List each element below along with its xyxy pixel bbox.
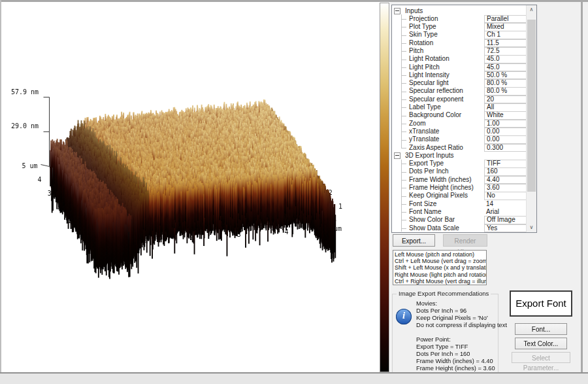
property-row[interactable]: Specular exponent20 xyxy=(392,95,527,103)
property-value[interactable]: White xyxy=(484,111,529,120)
export-font-preview: Export Font xyxy=(510,290,572,317)
export-button[interactable]: Export... xyxy=(393,234,435,247)
tree-line xyxy=(401,140,406,141)
property-row[interactable]: Frame Width (inches)4.40 xyxy=(392,175,527,183)
property-value[interactable]: 4.40 xyxy=(484,176,529,184)
property-grid: InputsProjectionParallelPlot TypeMixedSk… xyxy=(391,5,537,233)
property-row[interactable]: Specular light80.0 % xyxy=(392,79,527,87)
tree-line xyxy=(401,43,406,44)
tree-line xyxy=(401,220,406,220)
mouse-help-line[interactable]: Right Mouse (light pitch and rotation) xyxy=(395,271,486,278)
property-value[interactable]: 1.00 xyxy=(484,120,529,128)
property-row[interactable]: ProjectionParallel xyxy=(392,14,527,22)
mouse-help-line[interactable]: Shift + Left Mouse (x and y translation) xyxy=(395,264,486,271)
tree-line xyxy=(401,19,406,20)
3d-surface-plot[interactable] xyxy=(1,2,393,381)
property-value[interactable]: 45.0 xyxy=(484,55,529,63)
property-value[interactable]: 0.300 xyxy=(484,144,529,152)
property-value[interactable]: Off Image xyxy=(484,216,529,224)
property-value[interactable]: 3.60 xyxy=(484,184,529,192)
property-row[interactable]: Frame Height (inches)3.60 xyxy=(392,184,527,192)
property-row[interactable]: Keep Original PixelsNo xyxy=(392,192,527,200)
property-label: Zoom xyxy=(409,120,426,127)
mouse-help-listbox[interactable]: Left Mouse (pitch and rotation)Ctrl + Le… xyxy=(393,250,487,285)
property-row[interactable]: Export TypeTIFF xyxy=(392,160,527,167)
property-row[interactable]: yTranslate0.00 xyxy=(392,135,527,143)
property-value[interactable]: Mixed xyxy=(484,23,529,31)
tree-line xyxy=(401,35,406,36)
property-value[interactable]: 11.5 xyxy=(484,39,529,48)
property-label: Specular reflection xyxy=(409,87,463,94)
property-value[interactable]: All xyxy=(484,103,529,112)
tree-line xyxy=(401,92,406,92)
render-hires-button[interactable]: Render Hires xyxy=(443,234,487,247)
property-value[interactable]: 80.0 % xyxy=(484,79,529,88)
tree-line xyxy=(401,172,406,173)
property-label: Dots Per Inch xyxy=(409,167,449,175)
property-label: Plot Type xyxy=(409,23,436,30)
property-row[interactable]: Specular reflection80.0 % xyxy=(392,87,527,95)
property-value[interactable]: Arial xyxy=(486,208,499,215)
property-value[interactable]: 50.0 % xyxy=(484,71,529,80)
scrollbar-thumb[interactable] xyxy=(527,20,536,192)
property-value[interactable]: No xyxy=(484,192,529,200)
property-label: Rotation xyxy=(409,39,433,46)
window-border-top xyxy=(0,0,588,2)
recommendations-title: Image Export Recommendations xyxy=(397,290,491,297)
scrollbar-up-icon[interactable]: ∧ xyxy=(527,5,536,14)
collapse-icon[interactable] xyxy=(394,152,400,159)
property-label: Specular exponent xyxy=(409,96,463,103)
recommendation-line: Movies: xyxy=(416,300,497,307)
info-icon: i xyxy=(396,309,412,324)
property-row[interactable]: Show Data ScaleYes xyxy=(392,224,527,232)
property-value[interactable]: 0.00 xyxy=(484,128,529,136)
property-value[interactable]: Yes xyxy=(484,224,529,233)
property-row[interactable]: Light Pitch45.0 xyxy=(392,63,527,71)
property-value[interactable]: 0.00 xyxy=(484,135,529,144)
application-window: InputsProjectionParallelPlot TypeMixedSk… xyxy=(0,0,588,384)
property-row[interactable]: Font Size14 xyxy=(392,200,527,207)
property-category[interactable]: Inputs xyxy=(392,7,527,14)
scrollbar-down-icon[interactable]: ∨ xyxy=(527,223,536,232)
font-button[interactable]: Font... xyxy=(515,323,567,335)
mouse-help-line[interactable]: Ctrl + Right Mouse (vert drag = illum) xyxy=(395,278,486,285)
property-label: Background Color xyxy=(409,111,461,118)
property-value[interactable]: Parallel xyxy=(484,15,529,24)
property-row[interactable]: Zaxis Aspect Ratio0.300 xyxy=(392,143,527,151)
mouse-help-line[interactable]: Left Mouse (pitch and rotation) xyxy=(395,251,486,258)
property-category[interactable]: 3D Export Inputs xyxy=(392,151,527,159)
property-row[interactable]: Rotation11.5 xyxy=(392,39,527,46)
recommendation-line: Dots Per Inch = 160 xyxy=(416,351,497,358)
tree-line xyxy=(401,107,406,108)
property-rows: InputsProjectionParallelPlot TypeMixedSk… xyxy=(392,7,527,232)
tree-line xyxy=(401,124,406,124)
property-value[interactable]: 14 xyxy=(486,200,493,207)
tree-line xyxy=(401,99,406,100)
property-value[interactable]: 45.0 xyxy=(484,63,529,72)
property-label: Skin Type xyxy=(409,31,438,38)
property-row[interactable]: Background ColorWhite xyxy=(392,111,527,119)
mouse-help-line[interactable]: Ctrl + Left Mouse (vert drag = zoom) xyxy=(395,258,486,264)
property-row[interactable]: Font NameArial xyxy=(392,207,527,215)
collapse-icon[interactable] xyxy=(394,8,400,14)
scrollbar[interactable]: ∧ ∨ xyxy=(526,5,536,232)
property-row[interactable]: xTranslate0.00 xyxy=(392,127,527,135)
property-value[interactable]: 72.5 xyxy=(484,47,529,56)
property-row[interactable]: Light Rotation45.0 xyxy=(392,55,527,63)
property-row[interactable]: Pitch72.5 xyxy=(392,46,527,54)
property-row[interactable]: Plot TypeMixed xyxy=(392,23,527,31)
property-value[interactable]: Ch 1 xyxy=(484,31,529,39)
text-color-button[interactable]: Text Color... xyxy=(515,338,567,349)
property-row[interactable]: Label TypeAll xyxy=(392,103,527,111)
property-value[interactable]: TIFF xyxy=(484,160,529,168)
property-value[interactable]: 80.0 % xyxy=(484,87,529,96)
property-value[interactable]: 160 xyxy=(484,167,529,176)
property-row[interactable]: Dots Per Inch160 xyxy=(392,167,527,175)
property-label: Label Type xyxy=(409,103,441,111)
property-value[interactable]: 20 xyxy=(484,96,529,104)
property-row[interactable]: Skin TypeCh 1 xyxy=(392,31,527,39)
select-parameter-button[interactable]: Select Parameter... xyxy=(512,352,570,363)
property-row[interactable]: Zoom1.00 xyxy=(392,119,527,127)
property-row[interactable]: Show Color BarOff Image xyxy=(392,216,527,224)
property-row[interactable]: Light Intensity50.0 % xyxy=(392,71,527,79)
